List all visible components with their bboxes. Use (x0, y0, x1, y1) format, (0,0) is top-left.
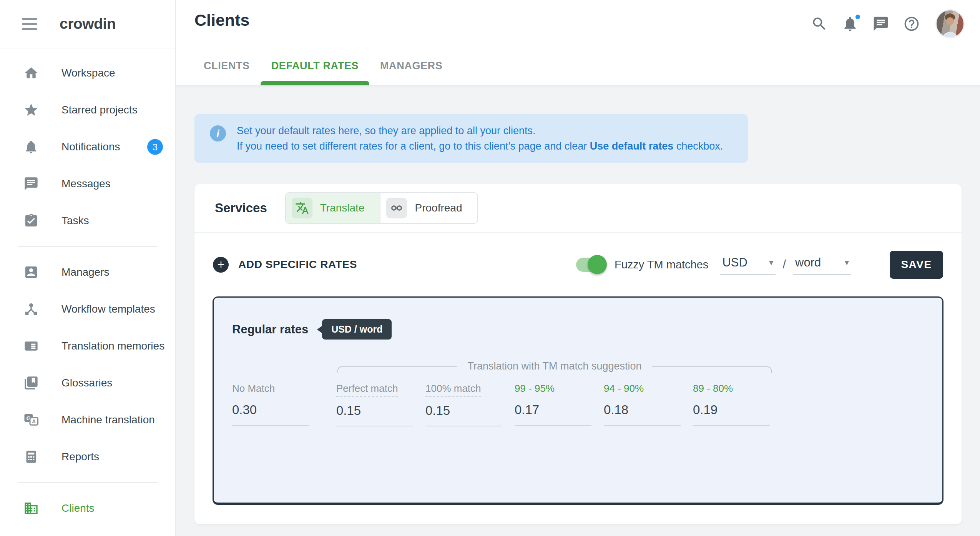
add-specific-rates-label: ADD SPECIFIC RATES (238, 258, 357, 271)
rate-input-100-match[interactable] (425, 400, 502, 426)
header-icons (811, 9, 965, 38)
notifications-count-badge: 3 (147, 139, 163, 155)
tab-managers[interactable]: MANAGERS (369, 60, 453, 85)
currency-unit-separator: / (782, 258, 786, 271)
tm-match-bracket-label: Translation with TM match suggestion (457, 360, 651, 372)
rate-label-help[interactable]: 100% match (425, 383, 481, 397)
chevron-down-icon: ▾ (845, 258, 849, 268)
sidebar-item-managers[interactable]: Managers (0, 254, 175, 291)
unread-notification-dot (854, 13, 862, 21)
rate-col-perfect-match: Perfect match (336, 383, 425, 426)
translate-segment-button[interactable]: Translate (286, 193, 380, 223)
chat-icon (23, 176, 39, 192)
hamburger-menu-icon[interactable] (22, 18, 37, 30)
star-icon (23, 102, 39, 118)
regular-rates-head: Regular rates USD / word (214, 298, 942, 340)
sidebar-item-clients[interactable]: Clients (0, 490, 175, 527)
messages-button[interactable] (872, 15, 889, 32)
fuzzy-tm-toggle[interactable] (576, 258, 602, 272)
tab-clients[interactable]: CLIENTS (193, 60, 261, 85)
help-button[interactable] (903, 15, 920, 32)
sidebar-item-translation-memories[interactable]: Translation memories (0, 328, 175, 365)
home-icon (23, 65, 39, 81)
sidebar-item-workflow-templates[interactable]: Workflow templates (0, 291, 175, 328)
currency-value: USD (722, 256, 747, 270)
save-button[interactable]: SAVE (890, 251, 943, 279)
user-avatar[interactable] (935, 9, 965, 38)
main-area: Clients CLIENTS DEFAULT RATES MANAGERS (176, 0, 980, 536)
bracket-line (337, 366, 457, 373)
regular-rates-panel: Regular rates USD / word Translation wit… (213, 296, 943, 505)
rate-label-help[interactable]: Perfect match (336, 383, 398, 397)
sidebar-item-machine-translation[interactable]: GA Machine translation (0, 401, 175, 438)
sidebar-divider (18, 482, 158, 483)
svg-text:A: A (32, 418, 36, 424)
page-title: Clients (194, 11, 249, 30)
services-row: Services Translate Proofread (194, 184, 962, 233)
banner-line2-bold: Use default rates (590, 140, 674, 152)
memory-card-icon (23, 338, 39, 354)
rate-input-perfect-match[interactable] (336, 400, 413, 426)
rate-col-89-80: 89 - 80% (693, 383, 782, 426)
sidebar-item-messages[interactable]: Messages (0, 165, 175, 202)
toggle-knob (588, 255, 607, 274)
sidebar-item-glossaries[interactable]: Glossaries (0, 365, 175, 401)
rate-col-99-95: 99 - 95% (515, 383, 604, 426)
currency-select[interactable]: USD ▾ (720, 254, 776, 275)
service-segmented-control: Translate Proofread (285, 192, 478, 224)
sidebar-item-notifications[interactable]: Notifications 3 (0, 128, 175, 165)
bracket-line (652, 366, 772, 373)
bell-icon (842, 28, 859, 33)
g-translate-icon: GA (23, 412, 39, 428)
add-specific-rates-button[interactable]: ADD SPECIFIC RATES (213, 257, 357, 273)
fuzzy-tm-label: Fuzzy TM matches (615, 258, 708, 271)
unit-select[interactable]: word ▾ (793, 254, 851, 275)
tab-bar: CLIENTS DEFAULT RATES MANAGERS (193, 60, 453, 85)
sidebar-item-starred-projects[interactable]: Starred projects (0, 92, 175, 128)
banner-line2-prefix: If you need to set different rates for a… (237, 140, 590, 152)
crowdin-default-rates-page: { "brand": { "name": "crowdin" }, "sideb… (0, 0, 980, 536)
rate-input-94-90[interactable] (604, 400, 681, 426)
sidebar-nav: Workspace Starred projects Notifications… (0, 48, 175, 527)
sidebar-divider (18, 246, 158, 247)
services-heading: Services (215, 201, 267, 215)
tab-default-rates[interactable]: DEFAULT RATES (261, 60, 369, 85)
info-banner: i Set your default rates here, so they a… (194, 114, 748, 163)
bell-icon (23, 139, 39, 155)
sidebar-item-tasks[interactable]: Tasks (0, 202, 175, 239)
rate-input-99-95[interactable] (515, 400, 591, 426)
rate-label: 99 - 95% (515, 383, 555, 396)
proofread-segment-button[interactable]: Proofread (380, 193, 477, 223)
banner-line1: Set your default rates here, so they are… (237, 125, 535, 136)
building-icon (23, 500, 39, 516)
rate-col-no-match: No Match (232, 383, 336, 426)
regular-rates-heading: Regular rates (232, 323, 308, 336)
chat-icon (872, 28, 889, 33)
clipboard-check-icon (23, 213, 39, 229)
rate-col-94-90: 94 - 90% (604, 383, 693, 426)
banner-line2-suffix: checkbox. (673, 140, 723, 152)
crowdin-logo[interactable]: crowdin (54, 15, 116, 32)
info-icon: i (210, 125, 226, 141)
chevron-down-icon: ▾ (769, 258, 773, 268)
sidebar-item-workspace[interactable]: Workspace (0, 55, 175, 92)
currency-unit-badge: USD / word (322, 319, 392, 340)
notifications-button[interactable] (842, 15, 859, 32)
tm-match-bracket: Translation with TM match suggestion (337, 366, 772, 373)
sidebar: crowdin Workspace Starred projects Notif… (0, 0, 176, 536)
rate-label: No Match (232, 383, 275, 396)
workflow-icon (23, 301, 39, 317)
rate-label: 89 - 80% (693, 383, 733, 396)
rate-label: 94 - 90% (604, 383, 644, 396)
question-mark-icon (903, 28, 920, 33)
translate-icon (292, 198, 312, 218)
rate-input-89-80[interactable] (693, 400, 770, 426)
rate-input-no-match[interactable] (232, 400, 309, 426)
content-area: i Set your default rates here, so they a… (176, 86, 980, 536)
brand-name: crowdin (60, 15, 116, 32)
plus-icon (213, 257, 229, 273)
sidebar-item-reports[interactable]: Reports (0, 438, 175, 475)
rate-col-100-match: 100% match (425, 383, 515, 426)
search-button[interactable] (811, 15, 828, 32)
banner-text: Set your default rates here, so they are… (237, 123, 723, 154)
